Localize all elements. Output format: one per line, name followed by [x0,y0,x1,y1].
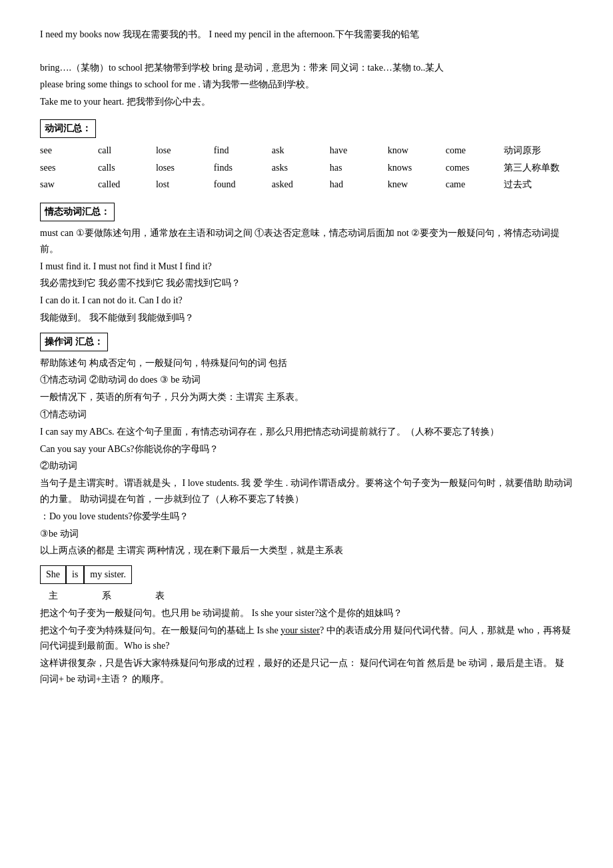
verb-cell: lost [156,176,214,193]
verb-cell: have [330,142,388,159]
operator-summary-section: 操作词 汇总： 帮助陈述句 构成否定句，一般疑问句，特殊疑问句的词 包括 ①情态… [40,333,573,687]
verb-cell: knew [388,176,446,193]
verb-cell: knows [388,159,446,177]
intro-section: I need my books now 我现在需要我的书。 I need my … [40,27,573,110]
verb-cell: see [40,142,98,159]
intro-line2: bring….（某物）to school 把某物带到学校 bring 是动词，意… [40,60,573,76]
verb-cell: call [98,142,156,159]
verb-cell: comes [446,159,504,177]
verb-cell: calls [98,159,156,177]
verb-cell: ask [272,142,330,159]
op-line-1: 帮助陈述句 构成否定句，一般疑问句，特殊疑问句的词 包括 [40,355,573,371]
verb-cell: know [388,142,446,159]
verb-cell: saw [40,176,98,193]
verb-cell: loses [156,159,214,177]
op-post-1: 把这个句子变为一般疑问句。也只用 be 动词提前。 Is she your si… [40,605,573,621]
verb-cell: called [98,176,156,193]
op-line-8: 当句子是主谓宾时。谓语就是头， I love students. 我 爱 学生 … [40,475,573,507]
verb-cell: came [446,176,504,193]
operator-summary-header: 操作词 汇总： [40,333,108,351]
modal-example-2: 我必需找到它 我必需不找到它 我必需找到它吗？ [40,275,573,291]
verb-cell: lose [156,142,214,159]
op-line-11: 以上两点谈的都是 主谓宾 两种情况，现在剩下最后一大类型，就是主系表 [40,543,573,559]
modal-summary-section: 情态动词汇总： must can ①要做陈述句用，通常放在主语和动词之间 ①表达… [40,203,573,326]
modal-desc: must can ①要做陈述句用，通常放在主语和动词之间 ①表达否定意味，情态动… [40,225,573,257]
modal-example-1: I must find it. I must not find it Must … [40,259,573,275]
op-line-4: ①情态动词 [40,407,573,423]
op-line-3: 一般情况下，英语的所有句子，只分为两大类：主谓宾 主系表。 [40,389,573,405]
verb-label: 动词原形 [504,142,573,159]
verb-label: 第三人称单数 [504,159,573,177]
subject-structure: She is my sister. [40,563,573,587]
label-link: 系 [93,588,120,604]
op-line-9: ：Do you love students?你爱学生吗？ [40,509,573,525]
subject-cell-sister: my sister. [84,565,132,584]
modal-summary-header: 情态动词汇总： [40,203,115,221]
verb-summary-section: 动词汇总： see call lose find ask have know c… [40,119,573,193]
op-post-3: 这样讲很复杂，只是告诉大家特殊疑问句形成的过程，最好的还是只记一点： 疑问代词在… [40,655,573,687]
label-subject: 主 [40,588,67,604]
verb-table: see call lose find ask have know come 动词… [40,142,573,193]
intro-line3: please bring some things to school for m… [40,77,573,93]
op-line-7: ②助动词 [40,458,573,474]
verb-cell: come [446,142,504,159]
intro-line1: I need my books now 我现在需要我的书。 I need my … [40,27,573,43]
verb-cell: find [214,142,272,159]
verb-cell: sees [40,159,98,177]
subject-cell-she: She [40,565,66,584]
op-line-5: I can say my ABCs. 在这个句子里面，有情态动词存在，那么只用把… [40,424,573,440]
modal-example-4: 我能做到。 我不能做到 我能做到吗？ [40,310,573,326]
subject-cell-is: is [66,565,84,584]
verb-label: 过去式 [504,176,573,193]
verb-cell: asked [272,176,330,193]
verb-cell: has [330,159,388,177]
verb-row-third: sees calls loses finds asks has knows co… [40,159,573,177]
op-line-2: ①情态动词 ②助动词 do does ③ be 动词 [40,372,573,388]
subject-table: She is my sister. [40,565,132,584]
verb-row-base: see call lose find ask have know come 动词… [40,142,573,159]
verb-cell: asks [272,159,330,177]
verb-cell: found [214,176,272,193]
verb-cell: had [330,176,388,193]
intro-line4: Take me to your heart. 把我带到你心中去。 [40,94,573,110]
verb-cell: finds [214,159,272,177]
verb-row-past: saw called lost found asked had knew cam… [40,176,573,193]
op-post-2: 把这个句子变为特殊疑问句。在一般疑问句的基础上 Is she your sist… [40,623,573,655]
label-predicate: 表 [147,588,173,604]
verb-summary-header: 动词汇总： [40,119,96,138]
page-content: I need my books now 我现在需要我的书。 I need my … [40,27,573,687]
op-line-6: Can you say your ABCs?你能说你的字母吗？ [40,441,573,457]
op-line-10: ③be 动词 [40,526,573,542]
modal-example-3: I can do it. I can not do it. Can I do i… [40,293,573,309]
underline-text: your sister [281,625,320,635]
subject-labels: 主 系 表 [40,588,573,604]
